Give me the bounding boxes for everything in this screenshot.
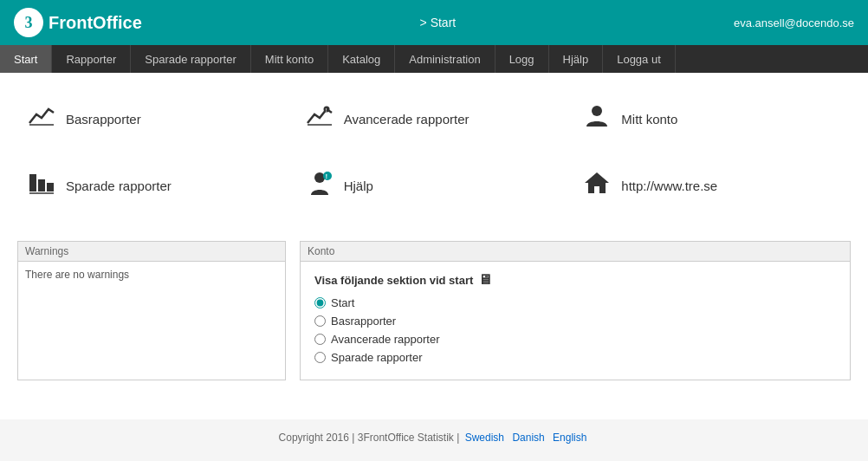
monitor-icon: 🖥 — [478, 272, 492, 288]
radio-sparade-input[interactable] — [314, 352, 326, 363]
top-link[interactable]: > Start — [420, 16, 457, 29]
quick-link-tre[interactable]: http://www.tre.se — [573, 157, 851, 215]
basrapporter-label: Basrapporter — [66, 112, 141, 127]
lang-danish[interactable]: Danish — [512, 432, 544, 444]
nav-item-mitt-konto[interactable]: Mitt konto — [251, 45, 328, 73]
avancerade-label: Avancerade rapporter — [344, 112, 470, 127]
nav-item-logga-ut[interactable]: Logga ut — [603, 45, 676, 73]
home-icon — [581, 169, 612, 203]
chart-icon — [26, 102, 57, 136]
tre-se-label: http://www.tre.se — [621, 179, 717, 193]
konto-panel: Konto Visa följande sektion vid start 🖥 … — [300, 241, 851, 380]
konto-section-label: Visa följande sektion vid start 🖥 — [314, 272, 836, 288]
hjälp-label: Hjälp — [344, 179, 373, 193]
sparade-label: Sparade rapporter — [66, 179, 172, 193]
quick-link-mitt-konto[interactable]: Mitt konto — [573, 90, 851, 148]
lang-english[interactable]: English — [553, 432, 586, 444]
chart-advanced-icon: ! — [304, 102, 335, 136]
logo-name: FrontOffice — [49, 13, 142, 33]
konto-title: Konto — [301, 242, 850, 262]
footer: Copyright 2016 | 3FrontOffice Statistik … — [0, 419, 868, 456]
logo-area: 3 FrontOffice — [14, 8, 142, 37]
help-icon: ! — [304, 169, 335, 203]
radio-sparade[interactable]: Sparade rapporter — [314, 351, 836, 364]
radio-avancerade-input[interactable] — [314, 334, 326, 345]
svg-point-4 — [592, 106, 602, 116]
warnings-panel: Warnings There are no warnings — [17, 241, 286, 380]
nav-item-sparade-rapporter[interactable]: Sparade rapporter — [131, 45, 251, 73]
konto-body: Visa följande sektion vid start 🖥 Start … — [301, 262, 850, 380]
logo-icon: 3 — [14, 8, 43, 37]
nav-item-rapporter[interactable]: Rapporter — [52, 45, 131, 73]
quick-links-grid: Basrapporter ! Avancerade rapporter — [17, 90, 851, 215]
quick-link-basrapporter[interactable]: Basrapporter — [17, 90, 295, 148]
nav-item-hjälp[interactable]: Hjälp — [549, 45, 604, 73]
svg-rect-5 — [29, 174, 36, 192]
top-bar: 3 FrontOffice > Start eva.ansell@docendo… — [0, 0, 868, 45]
svg-marker-12 — [585, 172, 609, 193]
lang-swedish[interactable]: Swedish — [465, 432, 504, 444]
radio-avancerade[interactable]: Avancerade rapporter — [314, 333, 836, 346]
nav-item-administration[interactable]: Administration — [395, 45, 495, 73]
quick-link-hjälp[interactable]: ! Hjälp — [295, 157, 573, 215]
svg-point-9 — [314, 172, 325, 183]
mitt-konto-label: Mitt konto — [621, 112, 677, 127]
warnings-title: Warnings — [18, 242, 285, 262]
main-content: Basrapporter ! Avancerade rapporter — [0, 73, 868, 419]
radio-avancerade-label: Avancerade rapporter — [331, 333, 440, 346]
quick-link-sparade[interactable]: Sparade rapporter — [17, 157, 295, 215]
svg-text:!: ! — [325, 172, 327, 180]
radio-basrapporter[interactable]: Basrapporter — [314, 315, 836, 328]
svg-rect-7 — [47, 183, 54, 192]
radio-basrapporter-label: Basrapporter — [331, 315, 396, 328]
nav-item-logg[interactable]: Logg — [496, 45, 549, 73]
nav-item-start[interactable]: Start — [0, 45, 52, 73]
user-email: eva.ansell@docendo.se — [734, 16, 854, 29]
bars-icon — [26, 169, 57, 203]
nav-item-katalog[interactable]: Katalog — [328, 45, 395, 73]
bottom-panels: Warnings There are no warnings Konto Vis… — [17, 241, 851, 380]
quick-link-avancerade[interactable]: ! Avancerade rapporter — [295, 90, 573, 148]
nav-bar: Start Rapporter Sparade rapporter Mitt k… — [0, 45, 868, 73]
person-icon — [581, 102, 612, 136]
warnings-body: There are no warnings — [18, 262, 285, 296]
copyright-text: Copyright 2016 | 3FrontOffice Statistik … — [279, 432, 460, 444]
radio-start[interactable]: Start — [314, 296, 836, 309]
radio-basrapporter-input[interactable] — [314, 315, 326, 327]
radio-sparade-label: Sparade rapporter — [331, 351, 423, 364]
svg-rect-6 — [38, 179, 45, 192]
radio-start-input[interactable] — [314, 297, 326, 308]
radio-start-label: Start — [331, 296, 354, 309]
